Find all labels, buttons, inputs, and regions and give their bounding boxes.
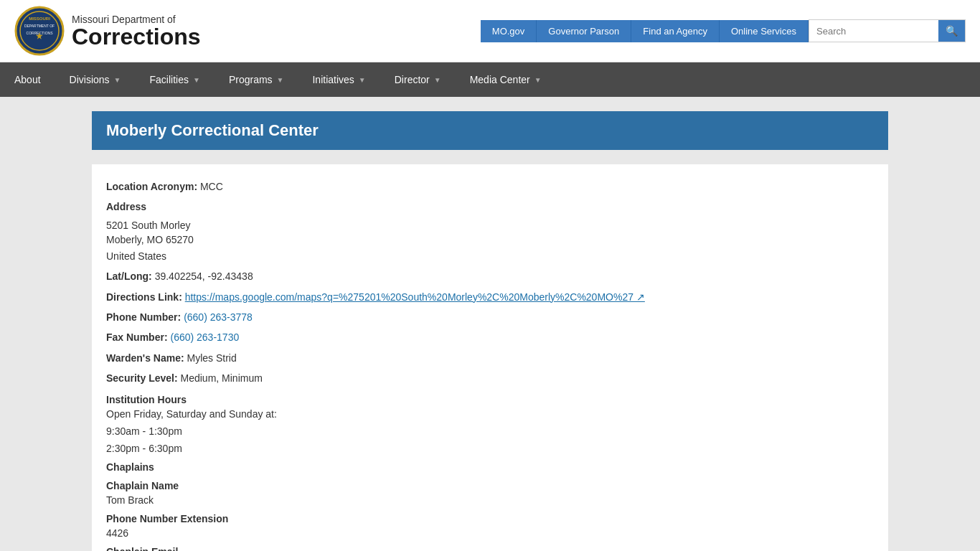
location-acronym-label: Location Acronym: <box>106 181 197 192</box>
location-acronym-value: MCC <box>200 181 223 192</box>
chevron-down-icon: ▼ <box>114 76 121 84</box>
nav-online-services[interactable]: Online Services <box>720 20 809 42</box>
chevron-down-icon: ▼ <box>434 76 441 84</box>
search-bar: 🔍 <box>809 19 966 42</box>
svg-text:DEPARTMENT OF: DEPARTMENT OF <box>24 24 55 28</box>
address-label-row: Address <box>106 199 874 215</box>
svg-text:MISSOURI: MISSOURI <box>29 17 50 21</box>
address-line3: United States <box>106 248 874 264</box>
chaplain-name-heading: Chaplain Name <box>106 480 874 491</box>
location-acronym-row: Location Acronym: MCC <box>106 179 874 194</box>
phone-row: Phone Number: (660) 263-3778 <box>106 309 874 325</box>
phone-link[interactable]: (660) 263-3778 <box>184 311 253 323</box>
chaplains-heading: Chaplains <box>106 461 874 473</box>
address-label: Address <box>106 201 146 212</box>
fax-link[interactable]: (660) 263-1730 <box>170 331 239 343</box>
directions-label: Directions Link: <box>106 291 182 303</box>
chevron-down-icon: ▼ <box>534 76 542 84</box>
nav-mogov[interactable]: MO.gov <box>481 20 537 42</box>
directions-row: Directions Link: https://maps.google.com… <box>106 289 874 305</box>
nav-media-center[interactable]: Media Center ▼ <box>456 62 556 97</box>
nav-facilities[interactable]: Facilities ▼ <box>136 62 215 97</box>
fax-label: Fax Number: <box>106 331 168 343</box>
latlong-label: Lat/Long: <box>106 270 152 282</box>
nav-divisions[interactable]: Divisions ▼ <box>55 62 136 97</box>
logo-area: MISSOURI DEPARTMENT OF CORRECTIONS Misso… <box>14 6 201 56</box>
chaplain-name-value: Tom Brack <box>106 494 874 506</box>
top-right-nav: MO.gov Governor Parson Find an Agency On… <box>481 19 966 42</box>
nav-programs[interactable]: Programs ▼ <box>215 62 298 97</box>
warden-row: Warden's Name: Myles Strid <box>106 350 874 366</box>
chevron-down-icon: ▼ <box>193 76 200 84</box>
institution-hours-heading: Institution Hours <box>106 394 874 405</box>
page-title: Moberly Correctional Center <box>92 111 888 150</box>
directions-link[interactable]: https://maps.google.com/maps?q=%275201%2… <box>185 291 645 303</box>
detail-section: Location Acronym: MCC Address 5201 South… <box>92 164 888 551</box>
dept-name: Corrections <box>72 25 201 48</box>
main-nav: About Divisions ▼ Facilities ▼ Programs … <box>0 62 980 97</box>
phone-label: Phone Number: <box>106 311 181 323</box>
latlong-value: 39.402254, -92.43438 <box>155 270 253 282</box>
top-bar: MISSOURI DEPARTMENT OF CORRECTIONS Misso… <box>0 0 980 62</box>
nav-about[interactable]: About <box>0 62 55 97</box>
warden-label: Warden's Name: <box>106 352 184 364</box>
address-line2: Moberly, MO 65270 <box>106 234 874 245</box>
security-row: Security Level: Medium, Minimum <box>106 370 874 386</box>
hours-open-text: Open Friday, Saturday and Sunday at: <box>106 408 874 420</box>
address-country: United States <box>106 250 166 262</box>
chaplain-phone-heading: Phone Number Extension <box>106 513 874 524</box>
nav-find-agency[interactable]: Find an Agency <box>631 20 720 42</box>
shield-logo: MISSOURI DEPARTMENT OF CORRECTIONS <box>14 6 65 56</box>
chaplain-email-heading: Chaplain Email <box>106 546 874 551</box>
chevron-down-icon: ▼ <box>359 76 366 84</box>
chevron-down-icon: ▼ <box>277 76 284 84</box>
hours-time1: 9:30am - 1:30pm <box>106 425 874 437</box>
logo-text: Missouri Department of Corrections <box>72 14 201 48</box>
latlong-row: Lat/Long: 39.402254, -92.43438 <box>106 268 874 284</box>
security-value: Medium, Minimum <box>181 372 263 384</box>
fax-row: Fax Number: (660) 263-1730 <box>106 329 874 345</box>
content-wrapper: Moberly Correctional Center Location Acr… <box>77 111 903 551</box>
nav-governor[interactable]: Governor Parson <box>537 20 631 42</box>
hours-time2: 2:30pm - 6:30pm <box>106 443 874 454</box>
nav-initiatives[interactable]: Initiatives ▼ <box>298 62 380 97</box>
search-input[interactable] <box>809 21 938 42</box>
nav-director[interactable]: Director ▼ <box>380 62 456 97</box>
warden-value: Myles Strid <box>187 352 237 364</box>
search-button[interactable]: 🔍 <box>938 20 965 42</box>
chaplain-phone-value: 4426 <box>106 527 874 539</box>
address-line1: 5201 South Morley <box>106 220 874 231</box>
security-label: Security Level: <box>106 372 178 384</box>
